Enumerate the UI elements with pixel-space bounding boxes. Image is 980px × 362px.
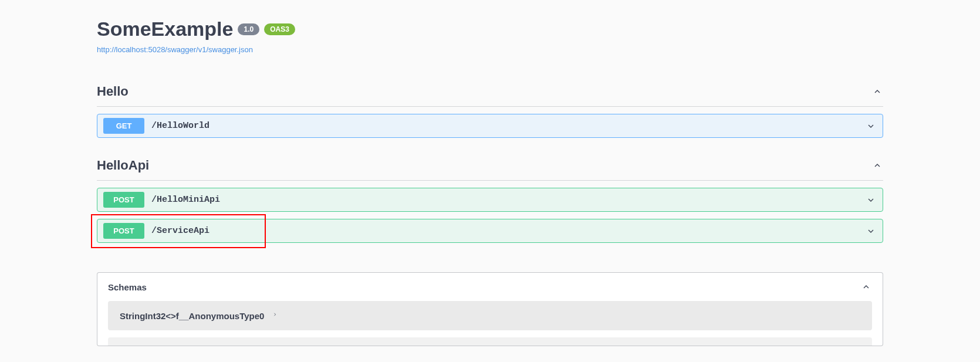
chevron-up-icon	[871, 86, 883, 97]
method-badge-get: GET	[103, 118, 144, 134]
tag-header-helloapi[interactable]: HelloApi	[97, 152, 883, 181]
tag-name: HelloApi	[97, 158, 149, 173]
tag-name: Hello	[97, 84, 129, 99]
schema-item-placeholder	[108, 337, 872, 346]
oas-badge: OAS3	[264, 23, 295, 35]
chevron-up-icon	[860, 281, 872, 293]
operation-path: /HelloWorld	[151, 121, 209, 131]
operation-post-serviceapi[interactable]: POST /ServiceApi	[97, 219, 883, 243]
operation-get-helloworld[interactable]: GET /HelloWorld	[97, 114, 883, 138]
chevron-down-icon	[865, 225, 877, 237]
api-title: SomeExample	[97, 18, 233, 40]
method-badge-post: POST	[103, 192, 144, 208]
version-badge: 1.0	[238, 23, 259, 35]
method-badge-post: POST	[103, 223, 144, 239]
operation-path: /HelloMiniApi	[151, 195, 220, 205]
schema-name: StringInt32<>f__AnonymousType0	[120, 311, 264, 321]
schemas-section: Schemas StringInt32<>f__AnonymousType0	[97, 272, 883, 346]
tag-header-hello[interactable]: Hello	[97, 78, 883, 107]
api-url-link[interactable]: http://localhost:5028/swagger/v1/swagger…	[97, 45, 253, 54]
chevron-down-icon	[865, 194, 877, 206]
operation-path: /ServiceApi	[151, 226, 209, 236]
schema-item[interactable]: StringInt32<>f__AnonymousType0	[108, 301, 872, 330]
operation-post-hellominiapi[interactable]: POST /HelloMiniApi	[97, 188, 883, 212]
chevron-down-icon	[865, 120, 877, 132]
schemas-title: Schemas	[108, 282, 147, 292]
schemas-header[interactable]: Schemas	[97, 273, 883, 301]
chevron-up-icon	[871, 160, 883, 171]
api-header: SomeExample 1.0 OAS3 http://localhost:50…	[97, 18, 883, 55]
chevron-right-icon	[272, 310, 278, 321]
